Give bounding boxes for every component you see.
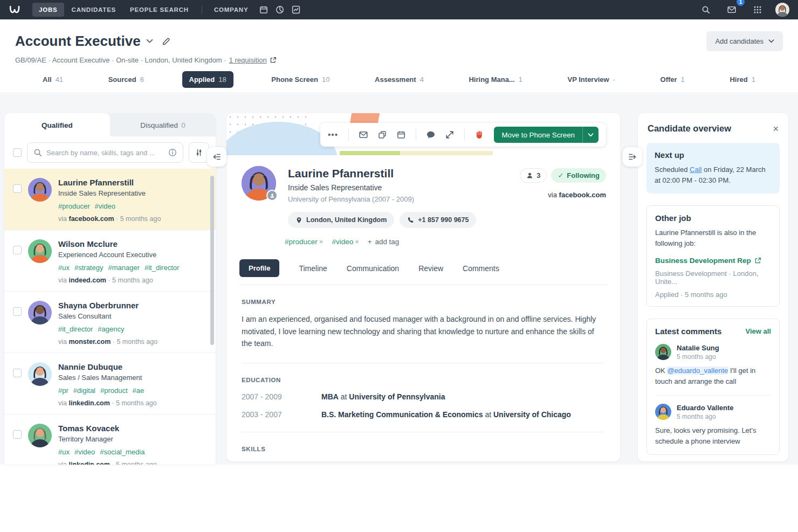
candidate-tag[interactable]: #video (74, 448, 95, 456)
latest-comments-card: Latest comments View all Natalie Sung 5 … (646, 319, 780, 455)
tab-review[interactable]: Review (418, 260, 443, 277)
tab-communication[interactable]: Communication (347, 260, 399, 277)
candidate-tag[interactable]: #producer (58, 202, 90, 210)
search-input[interactable] (46, 149, 164, 157)
list-item-shayna-oberbrunner[interactable]: Shayna Oberbrunner Sales Consultant #it_… (4, 292, 216, 353)
tab-disqualified[interactable]: Disqualified0 (110, 113, 216, 136)
requisition-link[interactable]: 1 requisition (229, 56, 267, 64)
send-email-button[interactable] (359, 130, 368, 139)
pipeline-tab-applied[interactable]: Applied18 (182, 71, 233, 88)
info-icon[interactable] (168, 148, 177, 157)
candidate-checkbox[interactable] (13, 246, 22, 254)
candidate-tag[interactable]: #strategy (74, 264, 103, 272)
candidate-tag[interactable]: #video (95, 202, 115, 210)
location-chip[interactable]: London, United Kingdom (288, 212, 394, 228)
candidate-tag[interactable]: #it_director (58, 325, 93, 333)
inbox-button[interactable]: 1 (724, 2, 740, 17)
candidate-checkbox[interactable] (13, 430, 22, 439)
more-actions-button[interactable]: ••• (328, 130, 338, 139)
move-stage-dropdown[interactable] (582, 127, 598, 143)
candidate-source: via facebook.com (520, 191, 606, 199)
workable-logo-icon[interactable] (9, 4, 23, 15)
candidate-info: Nannie Dubuque Sales / Sales Management … (58, 362, 157, 407)
candidate-checkbox[interactable] (13, 369, 22, 377)
candidate-tag[interactable]: #video× (332, 238, 359, 246)
move-to-phone-screen-button[interactable]: Move to Phone Screen (494, 127, 582, 143)
reports-nav-button[interactable] (272, 2, 288, 17)
top-nav: JOBS CANDIDATES PEOPLE SEARCH COMPANY 1 (0, 0, 798, 19)
candidate-tag[interactable]: #ux (58, 264, 70, 272)
nav-item-candidates[interactable]: CANDIDATES (65, 3, 123, 17)
collapse-list-panel-handle[interactable] (207, 147, 226, 167)
close-overview-button[interactable]: × (773, 124, 779, 134)
search-box (27, 142, 183, 163)
calendar-icon (397, 130, 405, 139)
nav-item-company[interactable]: COMPANY (208, 3, 255, 17)
nav-item-people-search[interactable]: PEOPLE SEARCH (123, 3, 195, 17)
candidate-tag[interactable]: #social_media (100, 448, 145, 456)
pill-row: 3 ✓Following (520, 168, 606, 183)
tab-timeline[interactable]: Timeline (299, 260, 327, 277)
transfer-candidate-button[interactable] (445, 130, 454, 139)
list-item-nannie-dubuque[interactable]: Nannie Dubuque Sales / Sales Management … (4, 353, 216, 414)
profile-tabs: Profile Timeline Communication Review Co… (239, 259, 607, 285)
add-comment-button[interactable] (426, 130, 435, 139)
pipeline-tab-assessment[interactable]: Assessment4 (368, 71, 431, 88)
tab-qualified[interactable]: Qualified (4, 113, 110, 136)
analytics-nav-button[interactable] (288, 2, 304, 17)
followers-pill[interactable]: 3 (520, 168, 547, 183)
list-scrollbar[interactable] (210, 176, 214, 345)
add-candidates-button[interactable]: Add candidates (706, 31, 783, 51)
candidate-tag[interactable]: #product (100, 386, 128, 395)
list-item-tomas-kovacek[interactable]: Tomas Kovacek Territory Manager #ux#vide… (4, 414, 216, 465)
avatar (28, 424, 52, 447)
disqualify-button[interactable] (475, 130, 484, 139)
candidate-tag[interactable]: #ae (133, 386, 145, 395)
inbox-badge: 1 (737, 0, 745, 6)
tab-profile[interactable]: Profile (239, 259, 279, 277)
pipeline-tab-sourced[interactable]: Sourced6 (101, 71, 151, 88)
list-item-laurine-pfannerstill[interactable]: Laurine Pfannerstill Inside Sales Repres… (4, 169, 216, 230)
list-item-wilson-mcclure[interactable]: Wilson Mcclure Experienced Account Execu… (4, 230, 216, 292)
nav-item-jobs[interactable]: JOBS (32, 3, 64, 17)
calendar-nav-button[interactable] (256, 2, 272, 17)
other-job-meta: Business Development · London, Unite... (655, 270, 771, 286)
job-title-dropdown[interactable] (146, 38, 153, 45)
select-all-checkbox[interactable] (13, 148, 22, 157)
candidate-tag[interactable]: #it_director (145, 264, 179, 272)
remove-tag-icon[interactable]: × (319, 238, 324, 246)
schedule-event-button[interactable] (397, 130, 405, 139)
pipeline-tab-hiring-manager[interactable]: Hiring Mana...1 (462, 71, 529, 88)
tab-comments[interactable]: Comments (463, 260, 499, 277)
candidate-checkbox[interactable] (13, 184, 22, 193)
candidate-tag[interactable]: #digital (73, 386, 95, 395)
remove-tag-icon[interactable]: × (355, 238, 359, 246)
apps-grid-button[interactable] (749, 2, 766, 17)
phone-chip[interactable]: +1 857 990 9675 (400, 212, 476, 228)
other-job-link[interactable]: Business Development Rep (655, 257, 771, 265)
candidate-info: Shayna Oberbrunner Sales Consultant #it_… (58, 301, 157, 346)
candidate-tag[interactable]: #producer× (285, 238, 323, 246)
candidate-tag[interactable]: #manager (108, 264, 140, 272)
sort-filter-button[interactable] (189, 142, 209, 163)
comment-text: OK @eduardo_vallente I'll get in touch a… (655, 365, 771, 387)
view-all-comments-link[interactable]: View all (746, 327, 771, 335)
user-avatar[interactable] (775, 3, 789, 17)
following-toggle[interactable]: ✓Following (551, 168, 606, 183)
add-tag-button[interactable]: +add tag (368, 238, 399, 246)
pipeline-tab-phone-screen[interactable]: Phone Screen10 (264, 71, 336, 88)
search-nav-button[interactable] (698, 2, 714, 17)
pipeline-tab-offer[interactable]: Offer1 (653, 71, 692, 88)
edit-job-button[interactable] (162, 37, 170, 46)
scheduled-call-link[interactable]: Call (690, 165, 701, 174)
expand-overview-panel-handle[interactable] (623, 147, 642, 167)
pipeline-tab-hired[interactable]: Hired1 (723, 71, 762, 88)
candidate-tag[interactable]: #agency (98, 325, 124, 333)
candidate-tag[interactable]: #pr (58, 386, 68, 395)
pipeline-tab-vp-interview[interactable]: VP Interview- (561, 71, 622, 88)
candidate-tag[interactable]: #ux (58, 448, 70, 456)
pipeline-tab-all[interactable]: All41 (36, 71, 70, 88)
candidate-checkbox[interactable] (13, 307, 22, 316)
mention-link[interactable]: @eduardo_vallente (667, 367, 728, 375)
export-profile-button[interactable] (378, 130, 387, 139)
